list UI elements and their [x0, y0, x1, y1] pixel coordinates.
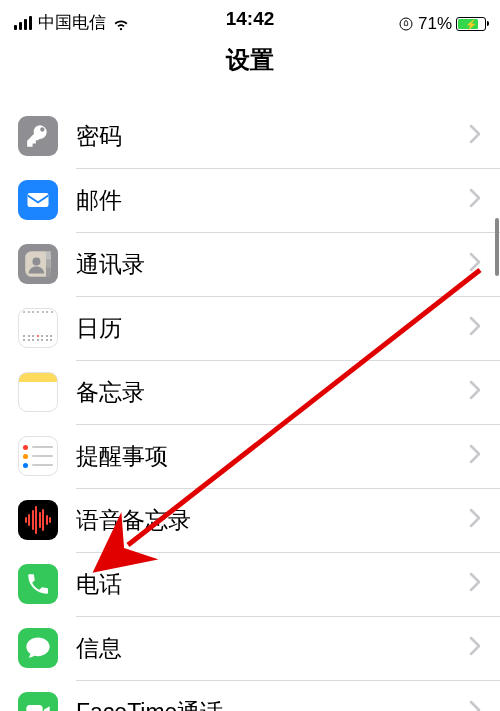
row-label: 信息	[76, 633, 122, 664]
row-reminders[interactable]: 提醒事项	[0, 424, 500, 488]
svg-rect-5	[46, 259, 51, 267]
row-facetime[interactable]: FaceTime通话	[0, 680, 500, 711]
row-label: 邮件	[76, 185, 122, 216]
voicememos-icon	[18, 500, 58, 540]
messages-icon	[18, 628, 58, 668]
row-phone[interactable]: 电话	[0, 552, 500, 616]
facetime-icon	[18, 692, 58, 711]
row-calendar[interactable]: 日历	[0, 296, 500, 360]
wifi-icon	[112, 14, 130, 32]
carrier-label: 中国电信	[38, 11, 106, 34]
row-label: 提醒事项	[76, 441, 168, 472]
row-label: 日历	[76, 313, 122, 344]
chevron-right-icon	[468, 380, 482, 404]
battery-icon: ⚡	[456, 17, 486, 31]
settings-list: 密码 邮件 通讯录 日历 备忘录	[0, 88, 500, 711]
chevron-right-icon	[468, 572, 482, 596]
chevron-right-icon	[468, 700, 482, 711]
row-label: 语音备忘录	[76, 505, 191, 536]
chevron-right-icon	[468, 124, 482, 148]
contacts-icon	[18, 244, 58, 284]
svg-point-3	[32, 258, 40, 266]
row-notes[interactable]: 备忘录	[0, 360, 500, 424]
signal-icon	[14, 16, 32, 30]
chevron-right-icon	[468, 636, 482, 660]
phone-icon	[18, 564, 58, 604]
mail-icon	[18, 180, 58, 220]
row-passwords[interactable]: 密码	[0, 104, 500, 168]
row-voicememos[interactable]: 语音备忘录	[0, 488, 500, 552]
page-title: 设置	[0, 36, 500, 88]
row-label: 密码	[76, 121, 122, 152]
chevron-right-icon	[468, 444, 482, 468]
svg-rect-1	[28, 193, 49, 207]
svg-rect-7	[26, 705, 42, 711]
svg-rect-4	[46, 251, 51, 259]
row-messages[interactable]: 信息	[0, 616, 500, 680]
svg-point-0	[400, 18, 412, 30]
calendar-icon	[18, 308, 58, 348]
clock-label: 14:42	[226, 8, 275, 30]
notes-icon	[18, 372, 58, 412]
rotation-lock-icon	[398, 16, 414, 32]
reminders-icon	[18, 436, 58, 476]
row-mail[interactable]: 邮件	[0, 168, 500, 232]
row-label: 备忘录	[76, 377, 145, 408]
battery-pct-label: 71%	[418, 14, 452, 34]
status-bar: 中国电信 14:42 71% ⚡	[0, 0, 500, 36]
row-label: 电话	[76, 569, 122, 600]
svg-rect-6	[46, 267, 51, 277]
chevron-right-icon	[468, 188, 482, 212]
chevron-right-icon	[468, 508, 482, 532]
row-contacts[interactable]: 通讯录	[0, 232, 500, 296]
key-icon	[18, 116, 58, 156]
row-label: FaceTime通话	[76, 697, 223, 712]
scroll-indicator[interactable]	[495, 218, 499, 276]
chevron-right-icon	[468, 316, 482, 340]
chevron-right-icon	[468, 252, 482, 276]
row-label: 通讯录	[76, 249, 145, 280]
